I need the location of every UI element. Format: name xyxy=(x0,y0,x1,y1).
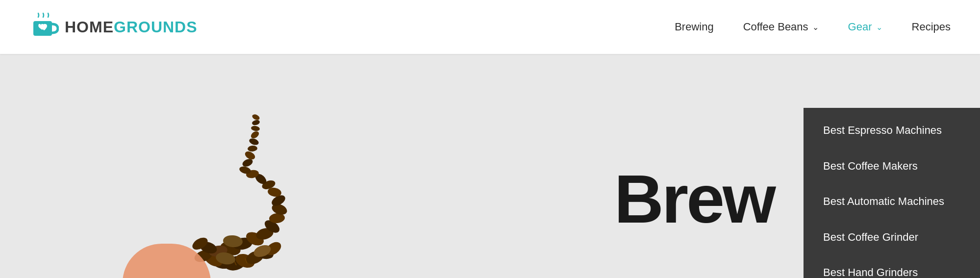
svg-point-28 xyxy=(251,119,260,126)
svg-point-27 xyxy=(251,126,260,132)
nav-item-coffee-beans[interactable]: Coffee Beans ⌄ xyxy=(743,21,819,33)
nav-item-gear[interactable]: Gear ⌄ xyxy=(848,21,882,33)
svg-point-29 xyxy=(251,113,261,121)
main-nav: Brewing Coffee Beans ⌄ Gear ⌄ Recipes xyxy=(675,21,951,33)
dropdown-item-best-automatic-machines[interactable]: Best Automatic Machines xyxy=(804,184,980,220)
dropdown-item-best-hand-grinders[interactable]: Best Hand Grinders xyxy=(804,255,980,278)
chevron-down-icon: ⌄ xyxy=(812,23,819,32)
svg-point-24 xyxy=(248,145,258,152)
logo-grounds: GROUNDS xyxy=(114,18,198,36)
hero-section: Brew Best Espresso Machines Best Coffee … xyxy=(0,54,980,278)
logo-home: HOME xyxy=(65,18,114,36)
header: HOMEGROUNDS Brewing Coffee Beans ⌄ Gear … xyxy=(0,0,980,54)
nav-item-brewing[interactable]: Brewing xyxy=(675,21,713,33)
nav-item-recipes[interactable]: Recipes xyxy=(912,21,951,33)
logo-icon xyxy=(29,12,59,42)
chevron-down-icon: ⌄ xyxy=(876,23,882,32)
dropdown-item-best-coffee-makers[interactable]: Best Coffee Makers xyxy=(804,149,980,184)
dropdown-item-best-coffee-grinder[interactable]: Best Coffee Grinder xyxy=(804,220,980,255)
logo[interactable]: HOMEGROUNDS xyxy=(29,12,198,42)
hero-partial-text: Brew xyxy=(614,159,774,239)
svg-point-26 xyxy=(250,130,260,140)
logo-text: HOMEGROUNDS xyxy=(65,18,198,36)
gear-dropdown-menu: Best Espresso Machines Best Coffee Maker… xyxy=(804,108,980,278)
svg-point-25 xyxy=(249,137,260,146)
dropdown-item-best-espresso-machines[interactable]: Best Espresso Machines xyxy=(804,113,980,149)
